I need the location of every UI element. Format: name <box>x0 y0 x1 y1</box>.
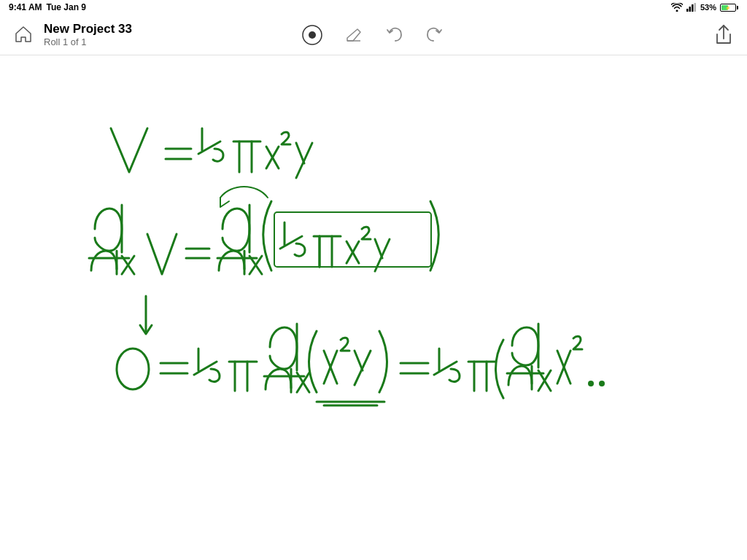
home-button[interactable] <box>12 23 35 46</box>
svg-point-5 <box>309 31 316 39</box>
toolbar: New Project 33 Roll 1 of 1 <box>0 15 747 55</box>
eraser-button[interactable] <box>340 22 366 48</box>
project-info: New Project 33 Roll 1 of 1 <box>44 22 132 48</box>
project-subtitle: Roll 1 of 1 <box>44 36 132 48</box>
math-handwriting <box>0 55 747 493</box>
pen-button[interactable] <box>299 22 325 48</box>
share-button[interactable] <box>712 23 735 47</box>
status-right: 53% ⚡ <box>671 3 738 12</box>
undo-button[interactable] <box>381 22 407 48</box>
project-title: New Project 33 <box>44 22 132 36</box>
time: 9:41 AM <box>9 2 42 12</box>
svg-rect-1 <box>689 7 691 12</box>
signal-icon <box>686 3 697 12</box>
svg-rect-3 <box>694 3 696 12</box>
battery-icon: ⚡ <box>720 4 738 12</box>
canvas[interactable] <box>0 55 747 560</box>
redo-button[interactable] <box>422 22 448 48</box>
status-left: 9:41 AM Tue Jan 9 <box>9 2 86 12</box>
wifi-icon <box>671 3 683 12</box>
svg-point-34 <box>588 381 594 386</box>
toolbar-right <box>712 23 735 47</box>
date: Tue Jan 9 <box>47 2 86 12</box>
battery-percent: 53% <box>700 3 716 12</box>
svg-rect-2 <box>692 4 694 12</box>
svg-point-21 <box>117 349 149 389</box>
svg-rect-0 <box>686 9 689 12</box>
toolbar-center <box>299 22 448 48</box>
svg-point-35 <box>599 381 605 386</box>
status-bar: 9:41 AM Tue Jan 9 53% ⚡ <box>0 0 747 15</box>
